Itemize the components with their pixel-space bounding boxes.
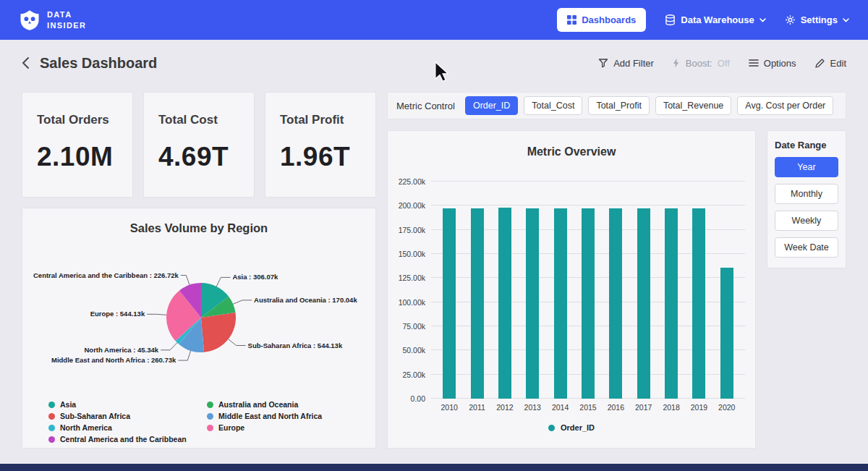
chevron-left-icon: [22, 56, 30, 69]
pie-chart-card: Sales Volume by Region Asia : 306.07kAus…: [22, 208, 376, 449]
metric-button-avg-cost-per-order[interactable]: Avg. Cost per Order: [737, 96, 833, 115]
bar-2014[interactable]: [554, 208, 567, 399]
legend-dot: [207, 402, 213, 408]
bar-2019[interactable]: [692, 208, 705, 399]
settings-button[interactable]: Settings: [785, 14, 849, 25]
pie-callout-line: [216, 277, 230, 287]
metric-control-bar: Metric Control Order_IDTotal_CostTotal_P…: [387, 92, 846, 119]
kpi-value: 4.69T: [158, 142, 239, 172]
edit-label: Edit: [830, 58, 846, 69]
pie-label-europe: Europe : 544.13k: [90, 310, 145, 318]
legend-item-asia: Asia: [48, 400, 203, 409]
options-label: Options: [764, 58, 796, 69]
add-filter-label: Add Filter: [613, 58, 654, 69]
bar-2011[interactable]: [471, 208, 484, 399]
bolt-icon: [673, 58, 681, 68]
y-axis-tick: 225.00k: [399, 177, 425, 186]
legend-item-central-america-and-the-caribbean: Central America and the Caribbean: [48, 435, 203, 444]
logo[interactable]: DATA INSIDER: [19, 9, 86, 31]
legend-label: Order_ID: [561, 423, 595, 432]
y-axis-tick: 0.00: [411, 394, 425, 403]
date-range-button-monthly[interactable]: Monthly: [775, 184, 838, 204]
pie-label-asia: Asia : 306.07k: [232, 273, 278, 281]
main-content: Total Orders 2.10M Total Cost 4.69T Tota…: [0, 92, 868, 449]
date-range-button-group: YearMonthlyWeeklyWeek Date: [775, 157, 838, 258]
pie-chart-legend: AsiaAustralia and OceaniaSub-Saharan Afr…: [33, 400, 365, 444]
date-range-button-year[interactable]: Year: [775, 157, 838, 177]
bar-chart-legend: Order_ID: [398, 423, 745, 432]
x-axis-label: 2015: [582, 403, 595, 412]
bar-2015[interactable]: [582, 208, 595, 399]
legend-item-middle-east-and-north-africa: Middle East and North Africa: [207, 412, 361, 420]
pie-callout-line: [161, 343, 177, 350]
kpi-value: 1.96T: [280, 142, 361, 172]
metric-button-total-profit[interactable]: Total_Profit: [588, 96, 650, 115]
pie-label-sub-saharan-africa: Sub-Saharan Africa : 544.13k: [248, 341, 343, 349]
pie-callout-line: [147, 314, 166, 315]
y-axis-tick: 100.00k: [399, 298, 425, 307]
bar-2018[interactable]: [665, 208, 678, 399]
kpi-label: Total Orders: [37, 113, 118, 127]
gear-icon: [785, 14, 796, 25]
metric-button-total-cost[interactable]: Total_Cost: [524, 96, 582, 115]
date-range-card: Date Range YearMonthlyWeeklyWeek Date: [767, 130, 846, 268]
legend-dot: [48, 413, 55, 420]
metric-button-order-id[interactable]: Order_ID: [465, 96, 518, 115]
legend-item-europe: Europe: [207, 423, 361, 432]
bar-2010[interactable]: [443, 208, 456, 399]
settings-label: Settings: [801, 14, 838, 25]
boost-toggle[interactable]: Boost: Off: [673, 58, 730, 69]
metric-button-total-revenue[interactable]: Total_Revenue: [655, 96, 731, 115]
pie-label-australia-and-oceania: Australia and Oceania : 170.04k: [254, 296, 357, 304]
y-axis-tick: 200.00k: [399, 201, 425, 210]
legend-label: Asia: [60, 400, 76, 409]
bar-2012[interactable]: [498, 208, 511, 399]
pie-chart-title: Sales Volume by Region: [33, 221, 365, 235]
legend-item-australia-and-oceania: Australia and Oceania: [207, 400, 361, 409]
legend-label: Sub-Saharan Africa: [60, 412, 130, 420]
legend-label: Middle East and North Africa: [218, 412, 322, 420]
x-axis-label: 2020: [720, 403, 733, 412]
metric-control-label: Metric Control: [396, 101, 455, 111]
pie-callout-line: [181, 276, 190, 285]
edit-button[interactable]: Edit: [815, 58, 846, 69]
dashboards-button[interactable]: Dashboards: [557, 8, 646, 32]
legend-dot: [48, 402, 55, 408]
date-range-button-week-date[interactable]: Week Date: [775, 237, 838, 258]
legend-label: Central America and the Caribbean: [60, 435, 187, 444]
data-warehouse-button[interactable]: Data Warehouse: [665, 14, 765, 25]
pie-label-north-america: North America : 45.34k: [84, 346, 158, 354]
owl-logo-icon: [19, 9, 41, 31]
back-button[interactable]: [22, 56, 30, 69]
add-filter-button[interactable]: Add Filter: [598, 58, 654, 69]
footer-bar: [0, 464, 868, 471]
bar-2017[interactable]: [637, 208, 650, 399]
bar-2020[interactable]: [720, 268, 733, 399]
bar-2016[interactable]: [609, 208, 622, 399]
options-button[interactable]: Options: [749, 58, 796, 69]
kpi-card-total-cost: Total Cost 4.69T: [143, 92, 255, 198]
x-axis-label: 2012: [498, 403, 511, 412]
legend-label: North America: [60, 423, 112, 432]
list-icon: [749, 59, 759, 67]
data-warehouse-label: Data Warehouse: [681, 14, 754, 25]
kpi-row: Total Orders 2.10M Total Cost 4.69T Tota…: [22, 92, 376, 198]
bar-chart: 0.0025.00k50.00k75.00k100.00k125.00k150.…: [398, 170, 745, 399]
date-range-button-weekly[interactable]: Weekly: [775, 211, 838, 231]
plot-area: [431, 170, 745, 399]
pie-slice-sub-saharan-africa[interactable]: [201, 313, 236, 352]
dashboards-label: Dashboards: [582, 14, 636, 25]
kpi-card-total-orders: Total Orders 2.10M: [22, 92, 133, 198]
pie-callout-line: [233, 300, 252, 304]
funnel-icon: [598, 58, 608, 68]
legend-dot: [548, 425, 555, 431]
legend-dot: [207, 413, 213, 420]
bar-2013[interactable]: [526, 208, 539, 399]
chevron-down-icon: [843, 18, 849, 22]
page-title: Sales Dashboard: [40, 55, 157, 72]
chevron-down-icon: [760, 18, 766, 22]
date-range-title: Date Range: [775, 140, 838, 150]
x-axis: 2010201120122013201420152016201720182019…: [431, 403, 745, 412]
y-axis-tick: 50.00k: [402, 346, 425, 355]
x-axis-label: 2016: [609, 403, 622, 412]
